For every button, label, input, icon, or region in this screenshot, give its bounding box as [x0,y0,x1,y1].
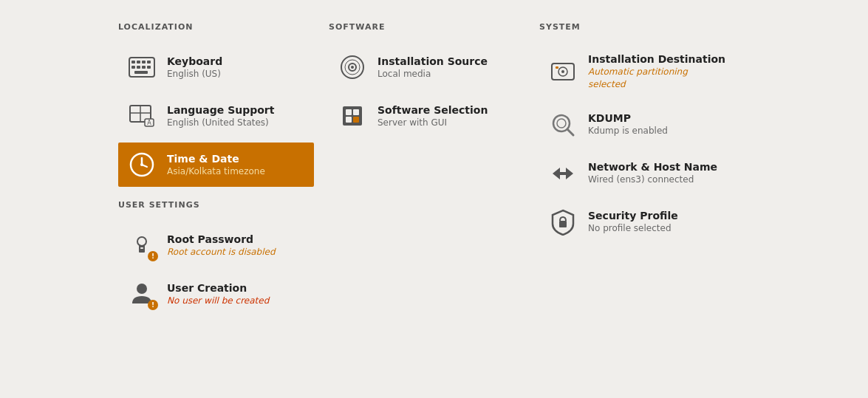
security-profile-title: Security Profile [588,209,678,222]
user-creation-text: User Creation No user will be created [167,281,269,307]
network-hostname-item[interactable]: Network & Host Name Wired (ens3) connect… [539,151,735,196]
security-profile-text: Security Profile No profile selected [588,209,678,235]
user-warning-badge: ! [148,300,158,310]
network-hostname-text: Network & Host Name Wired (ens3) connect… [588,160,717,186]
user-creation-subtitle: No user will be created [167,295,269,307]
software-selection-item[interactable]: Software Selection Server with GUI [329,94,524,138]
root-password-subtitle: Root account is disabled [167,246,276,258]
software-selection-icon [338,101,367,131]
software-selection-title: Software Selection [377,103,488,117]
svg-text:A: A [147,120,151,126]
svg-rect-27 [343,106,362,126]
svg-rect-6 [137,66,140,69]
svg-rect-31 [353,117,359,123]
root-password-text: Root Password Root account is disabled [167,233,276,258]
software-selection-subtitle: Server with GUI [377,117,488,129]
svg-point-18 [140,163,143,166]
svg-rect-7 [142,66,146,69]
time-date-subtitle: Asia/Kolkata timezone [167,165,265,178]
language-support-title: Language Support [167,103,274,117]
security-profile-icon [548,207,578,237]
localization-heading: LOCALIZATION [118,22,314,32]
svg-rect-5 [131,66,135,69]
main-content: LOCALIZATION Keyboard En [0,0,868,398]
svg-rect-1 [131,61,135,64]
svg-rect-21 [140,247,143,249]
installation-destination-icon [548,57,578,86]
svg-rect-30 [346,117,352,123]
network-hostname-subtitle: Wired (ens3) connected [588,174,717,186]
time-date-icon [127,150,157,179]
security-profile-item[interactable]: Security Profile No profile selected [539,200,735,244]
localization-column: LOCALIZATION Keyboard En [118,22,329,376]
svg-point-25 [351,66,354,69]
installation-source-item[interactable]: Installation Source Local media [329,45,524,89]
system-heading: SYSTEM [539,22,735,32]
installation-source-subtitle: Local media [377,68,488,80]
svg-rect-4 [147,61,151,64]
keyboard-title: Keyboard [167,55,222,68]
user-creation-item[interactable]: ! User Creation No user will be created [118,272,314,316]
installation-destination-subtitle: Automatic partitioning selected [588,66,726,91]
security-profile-subtitle: No profile selected [588,222,678,235]
svg-rect-39 [560,172,566,175]
language-support-subtitle: English (United States) [167,117,274,129]
svg-point-19 [137,237,146,246]
language-icon: A [127,101,157,131]
root-password-item[interactable]: ! Root Password Root account is disabled [118,223,314,267]
software-selection-text: Software Selection Server with GUI [377,103,488,129]
keyboard-item[interactable]: Keyboard English (US) [118,45,314,89]
svg-point-34 [561,70,564,73]
language-support-item[interactable]: A Language Support English (United State… [118,94,314,138]
svg-rect-40 [559,221,567,227]
installation-source-icon [338,52,367,82]
keyboard-text: Keyboard English (US) [167,55,222,80]
keyboard-subtitle: English (US) [167,68,222,80]
user-settings-heading: USER SETTINGS [118,200,314,210]
software-heading: SOFTWARE [329,22,524,32]
time-date-text: Time & Date Asia/Kolkata timezone [167,152,265,178]
user-creation-title: User Creation [167,281,269,295]
kdump-item[interactable]: KDUMP Kdump is enabled [539,103,735,147]
kdump-text: KDUMP Kdump is enabled [588,111,668,137]
root-warning-badge: ! [148,251,158,261]
time-date-item[interactable]: Time & Date Asia/Kolkata timezone [118,143,314,187]
kdump-icon [548,110,578,140]
kdump-subtitle: Kdump is enabled [588,125,668,137]
svg-rect-35 [556,66,558,69]
svg-rect-29 [353,109,359,115]
installation-source-title: Installation Source [377,55,488,68]
system-column: SYSTEM Installation Destination Automati… [539,22,750,376]
installation-destination-text: Installation Destination Automatic parti… [588,52,726,91]
time-date-title: Time & Date [167,152,265,165]
svg-line-37 [567,129,573,135]
network-hostname-icon [548,159,578,188]
network-hostname-title: Network & Host Name [588,160,717,174]
installation-destination-item[interactable]: Installation Destination Automatic parti… [539,45,735,98]
svg-point-38 [557,119,566,128]
svg-rect-2 [137,61,140,64]
user-creation-icon: ! [127,279,157,309]
root-password-title: Root Password [167,233,276,246]
svg-rect-3 [142,61,146,64]
svg-point-22 [137,284,147,294]
svg-rect-9 [134,71,148,74]
keyboard-icon [127,52,157,82]
kdump-title: KDUMP [588,111,668,125]
software-column: SOFTWARE Installation Source Local media [329,22,539,376]
svg-rect-8 [147,66,151,69]
language-support-text: Language Support English (United States) [167,103,274,129]
root-password-icon: ! [127,230,157,260]
svg-rect-28 [346,109,352,115]
installation-source-text: Installation Source Local media [377,55,488,80]
installation-destination-title: Installation Destination [588,52,726,66]
